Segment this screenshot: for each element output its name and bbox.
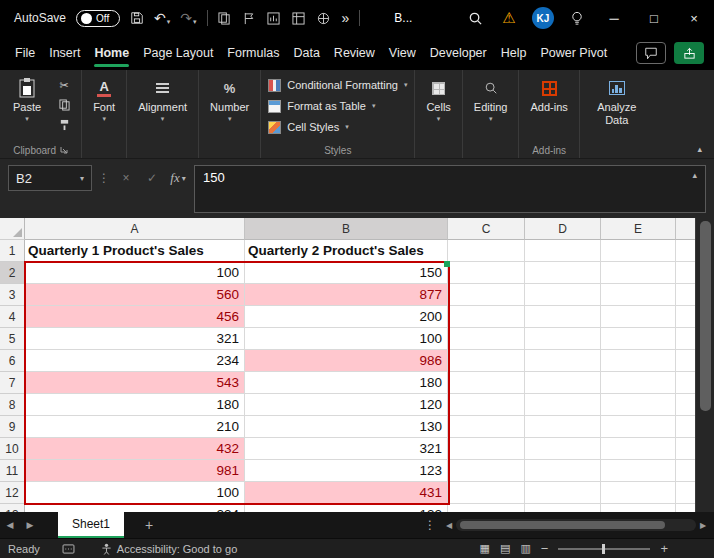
pivot-table-button[interactable] xyxy=(292,12,305,25)
cancel-button[interactable]: × xyxy=(116,165,136,191)
cell-D9[interactable] xyxy=(525,416,601,438)
cell-B1[interactable]: Quarterly 2 Product's Sales xyxy=(245,240,448,262)
copy-button[interactable] xyxy=(218,12,231,25)
cell-F2[interactable] xyxy=(676,262,695,284)
cut-button[interactable]: ✂ xyxy=(54,77,74,93)
tab-data[interactable]: Data xyxy=(286,36,326,70)
cell-A10[interactable]: 432 xyxy=(25,438,245,460)
cell-A4[interactable]: 456 xyxy=(25,306,245,328)
paste-button[interactable]: Paste ▾ xyxy=(7,75,47,133)
cell-E9[interactable] xyxy=(601,416,676,438)
cell-D10[interactable] xyxy=(525,438,601,460)
vertical-scrollbar[interactable] xyxy=(695,218,714,512)
cell-F4[interactable] xyxy=(676,306,695,328)
tab-insert[interactable]: Insert xyxy=(42,36,87,70)
zoom-out-button[interactable]: − xyxy=(541,541,549,556)
cell-F1[interactable] xyxy=(676,240,695,262)
horizontal-scrollbar[interactable]: ◀ ▶ xyxy=(442,519,710,531)
cell-F8[interactable] xyxy=(676,394,695,416)
number-group-button[interactable]: % Number ▾ xyxy=(206,75,253,125)
chart-button[interactable] xyxy=(267,12,280,25)
view-page-layout-button[interactable]: ▤ xyxy=(500,542,510,555)
zoom-in-button[interactable]: + xyxy=(660,541,668,556)
cell-A5[interactable]: 321 xyxy=(25,328,245,350)
flag-button[interactable] xyxy=(243,12,255,25)
account-button[interactable]: KJ xyxy=(526,0,560,36)
row-header-5[interactable]: 5 xyxy=(0,328,25,350)
comments-button[interactable] xyxy=(636,42,666,64)
select-all-button[interactable] xyxy=(0,218,25,240)
cell-B9[interactable]: 130 xyxy=(245,416,448,438)
tips-button[interactable] xyxy=(560,0,594,36)
cell-A12[interactable]: 100 xyxy=(25,482,245,504)
sheet-tab-sheet1[interactable]: Sheet1 xyxy=(58,512,124,538)
cell-B8[interactable]: 120 xyxy=(245,394,448,416)
cell-C7[interactable] xyxy=(448,372,525,394)
name-box[interactable]: B2 ▾ xyxy=(8,165,92,191)
tab-file[interactable]: File xyxy=(8,36,42,70)
search-button[interactable] xyxy=(458,0,492,36)
cell-C12[interactable] xyxy=(448,482,525,504)
cell-D8[interactable] xyxy=(525,394,601,416)
share-button[interactable] xyxy=(674,42,704,64)
cell-F13[interactable] xyxy=(676,504,695,512)
cell-C6[interactable] xyxy=(448,350,525,372)
cell-D6[interactable] xyxy=(525,350,601,372)
formula-bar-splitter[interactable]: ⋮ xyxy=(98,165,110,191)
cell-C11[interactable] xyxy=(448,460,525,482)
row-header-3[interactable]: 3 xyxy=(0,284,25,306)
accessibility-status[interactable]: Accessibility: Good to go xyxy=(101,543,237,555)
font-group-button[interactable]: A Font ▾ xyxy=(89,75,119,125)
column-header-partial[interactable] xyxy=(676,218,695,240)
maximize-button[interactable]: □ xyxy=(634,0,674,36)
new-sheet-button[interactable]: + xyxy=(134,517,164,533)
add-ins-button[interactable]: Add-ins xyxy=(526,75,571,115)
cells-group-button[interactable]: Cells ▾ xyxy=(422,75,454,125)
column-header-E[interactable]: E xyxy=(601,218,676,240)
tab-help[interactable]: Help xyxy=(494,36,534,70)
cell-D11[interactable] xyxy=(525,460,601,482)
formula-bar-collapse-icon[interactable]: ▴ xyxy=(692,170,697,180)
cell-E2[interactable] xyxy=(601,262,676,284)
cell-A13[interactable]: 234 xyxy=(25,504,245,512)
cell-A1[interactable]: Quarterly 1 Product's Sales xyxy=(25,240,245,262)
copy-button[interactable] xyxy=(54,97,74,113)
close-button[interactable]: × xyxy=(674,0,714,36)
cell-A8[interactable]: 180 xyxy=(25,394,245,416)
row-header-12[interactable]: 12 xyxy=(0,482,25,504)
cell-F6[interactable] xyxy=(676,350,695,372)
view-normal-button[interactable]: ▦ xyxy=(480,542,490,555)
cell-C9[interactable] xyxy=(448,416,525,438)
cell-A11[interactable]: 981 xyxy=(25,460,245,482)
cell-D4[interactable] xyxy=(525,306,601,328)
more-commands-button[interactable]: » xyxy=(342,11,350,25)
enter-button[interactable]: ✓ xyxy=(142,165,162,191)
cell-A2[interactable]: 100 xyxy=(25,262,245,284)
cell-C13[interactable] xyxy=(448,504,525,512)
autosave-toggle[interactable]: Off xyxy=(76,10,120,27)
cell-D2[interactable] xyxy=(525,262,601,284)
analyze-data-button[interactable]: Analyze Data xyxy=(587,75,647,129)
tab-home[interactable]: Home xyxy=(87,36,136,70)
cell-B6[interactable]: 986 xyxy=(245,350,448,372)
cell-A6[interactable]: 234 xyxy=(25,350,245,372)
cell-E11[interactable] xyxy=(601,460,676,482)
row-header-4[interactable]: 4 xyxy=(0,306,25,328)
cell-D3[interactable] xyxy=(525,284,601,306)
cell-C4[interactable] xyxy=(448,306,525,328)
cell-F11[interactable] xyxy=(676,460,695,482)
cell-E4[interactable] xyxy=(601,306,676,328)
cell-C10[interactable] xyxy=(448,438,525,460)
cell-D13[interactable] xyxy=(525,504,601,512)
tab-power-pivot[interactable]: Power Pivot xyxy=(533,36,614,70)
cell-D5[interactable] xyxy=(525,328,601,350)
hscroll-right-icon[interactable]: ▶ xyxy=(696,521,710,530)
alignment-group-button[interactable]: Alignment ▾ xyxy=(134,75,191,125)
row-header-8[interactable]: 8 xyxy=(0,394,25,416)
cell-D12[interactable] xyxy=(525,482,601,504)
cell-styles-button[interactable]: Cell Styles ▾ xyxy=(268,117,348,137)
row-header-7[interactable]: 7 xyxy=(0,372,25,394)
column-header-D[interactable]: D xyxy=(525,218,601,240)
clipboard-dialog-launcher-icon[interactable] xyxy=(60,146,68,154)
cell-E12[interactable] xyxy=(601,482,676,504)
